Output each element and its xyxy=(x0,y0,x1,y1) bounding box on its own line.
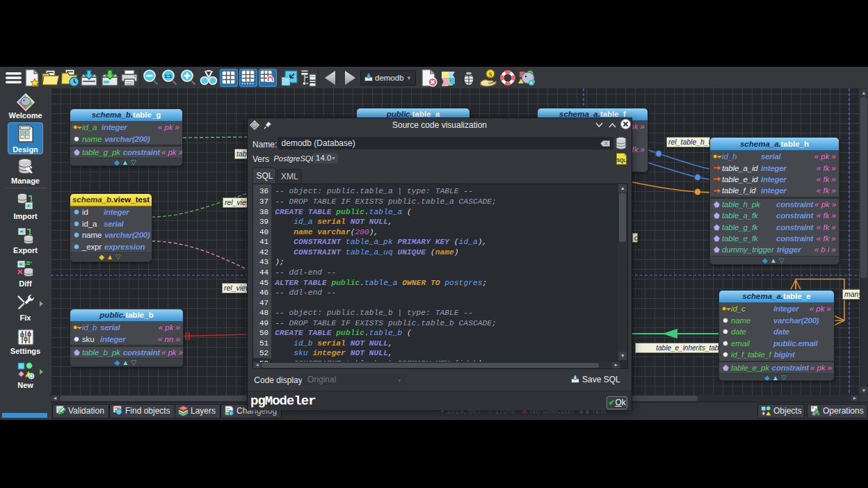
svg-text:1:1: 1:1 xyxy=(165,73,172,79)
svg-text:S: S xyxy=(488,71,492,78)
svg-text:SQL: SQL xyxy=(617,158,626,163)
